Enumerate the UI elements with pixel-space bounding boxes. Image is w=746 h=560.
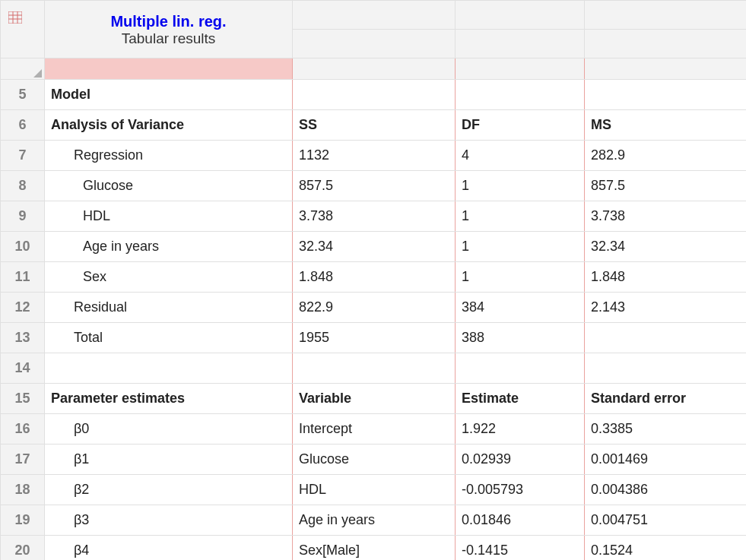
analysis-title: Multiple lin. reg.: [45, 12, 292, 30]
cell-value[interactable]: 2.143: [585, 293, 747, 323]
cell-value[interactable]: 1.922: [456, 414, 585, 445]
cell-value[interactable]: 0.3385: [585, 414, 747, 445]
row-number[interactable]: 18: [1, 475, 45, 505]
table-row: 14: [1, 353, 747, 384]
cell-value[interactable]: 857.5: [293, 171, 456, 201]
row-number[interactable]: 5: [1, 80, 45, 110]
cell-value[interactable]: 0.004751: [585, 505, 747, 536]
select-all-corner[interactable]: [1, 59, 45, 80]
cell-value[interactable]: Estimate: [456, 384, 585, 414]
cell-value[interactable]: 3.738: [585, 201, 747, 232]
row-number[interactable]: 9: [1, 201, 45, 232]
cell-value[interactable]: Variable: [293, 384, 456, 414]
cell-value[interactable]: [456, 353, 585, 384]
header-blank: [456, 30, 585, 59]
row-number[interactable]: 17: [1, 445, 45, 475]
cell-value[interactable]: Standard error: [585, 384, 747, 414]
table-row: 17β1Glucose0.029390.001469: [1, 445, 747, 475]
row-number[interactable]: 7: [1, 141, 45, 171]
cell-value[interactable]: MS: [585, 110, 747, 141]
cell-label[interactable]: Sex: [45, 262, 293, 293]
cell-label[interactable]: β4: [45, 536, 293, 561]
cell-value[interactable]: 1.848: [585, 262, 747, 293]
cell-label[interactable]: β0: [45, 414, 293, 445]
row-number[interactable]: 15: [1, 384, 45, 414]
row-number[interactable]: 12: [1, 293, 45, 323]
column-header-c[interactable]: [456, 59, 585, 80]
cell-value[interactable]: 4: [456, 141, 585, 171]
cell-value[interactable]: 282.9: [585, 141, 747, 171]
cell-value[interactable]: 1132: [293, 141, 456, 171]
cell-value[interactable]: 3.738: [293, 201, 456, 232]
svg-rect-0: [8, 11, 22, 24]
row-number[interactable]: 11: [1, 262, 45, 293]
cell-label[interactable]: Residual: [45, 293, 293, 323]
cell-value[interactable]: Sex[Male]: [293, 536, 456, 561]
cell-label[interactable]: β1: [45, 445, 293, 475]
cell-value[interactable]: [585, 323, 747, 353]
cell-value[interactable]: Glucose: [293, 445, 456, 475]
row-number[interactable]: 20: [1, 536, 45, 561]
cell-label[interactable]: Glucose: [45, 171, 293, 201]
cell-value[interactable]: [585, 353, 747, 384]
table-row: 20β4Sex[Male]-0.14150.1524: [1, 536, 747, 561]
table-row: 18β2HDL-0.0057930.004386: [1, 475, 747, 505]
cell-value[interactable]: 1: [456, 262, 585, 293]
cell-value[interactable]: DF: [456, 110, 585, 141]
cell-value[interactable]: [585, 80, 747, 110]
cell-label[interactable]: [45, 353, 293, 384]
cell-label[interactable]: HDL: [45, 201, 293, 232]
cell-label[interactable]: Age in years: [45, 232, 293, 262]
cell-value[interactable]: [293, 353, 456, 384]
column-header-a[interactable]: [45, 59, 293, 80]
table-row: 12Residual822.93842.143: [1, 293, 747, 323]
table-row: 5Model: [1, 80, 747, 110]
cell-value[interactable]: 384: [456, 293, 585, 323]
table-icon-cell: [1, 1, 45, 59]
cell-value[interactable]: SS: [293, 110, 456, 141]
cell-label[interactable]: β2: [45, 475, 293, 505]
cell-value[interactable]: 32.34: [585, 232, 747, 262]
cell-value[interactable]: 0.001469: [585, 445, 747, 475]
cell-value[interactable]: HDL: [293, 475, 456, 505]
cell-value[interactable]: [293, 80, 456, 110]
header-blank: [456, 1, 585, 30]
column-header-b[interactable]: [293, 59, 456, 80]
cell-value[interactable]: 0.02939: [456, 445, 585, 475]
cell-label[interactable]: Parameter estimates: [45, 384, 293, 414]
cell-value[interactable]: 0.01846: [456, 505, 585, 536]
cell-label[interactable]: β3: [45, 505, 293, 536]
row-number[interactable]: 10: [1, 232, 45, 262]
cell-value[interactable]: -0.005793: [456, 475, 585, 505]
cell-value[interactable]: 1: [456, 232, 585, 262]
cell-value[interactable]: Intercept: [293, 414, 456, 445]
column-header-d[interactable]: [585, 59, 747, 80]
cell-value[interactable]: 0.004386: [585, 475, 747, 505]
cell-value[interactable]: 0.1524: [585, 536, 747, 561]
cell-value[interactable]: 1: [456, 171, 585, 201]
row-number[interactable]: 8: [1, 171, 45, 201]
cell-label[interactable]: Analysis of Variance: [45, 110, 293, 141]
header-blank: [293, 30, 456, 59]
row-number[interactable]: 13: [1, 323, 45, 353]
cell-label[interactable]: Total: [45, 323, 293, 353]
table-row: 15Parameter estimatesVariableEstimateSta…: [1, 384, 747, 414]
row-number[interactable]: 6: [1, 110, 45, 141]
cell-value[interactable]: 32.34: [293, 232, 456, 262]
cell-value[interactable]: 1.848: [293, 262, 456, 293]
results-table[interactable]: Multiple lin. reg. Tabular results 5Mode…: [0, 0, 746, 560]
cell-value[interactable]: -0.1415: [456, 536, 585, 561]
row-number[interactable]: 16: [1, 414, 45, 445]
cell-value[interactable]: 1955: [293, 323, 456, 353]
cell-value[interactable]: Age in years: [293, 505, 456, 536]
cell-label[interactable]: Model: [45, 80, 293, 110]
cell-value[interactable]: [456, 80, 585, 110]
row-number[interactable]: 19: [1, 505, 45, 536]
cell-value[interactable]: 822.9: [293, 293, 456, 323]
table-row: 16β0Intercept1.9220.3385: [1, 414, 747, 445]
cell-value[interactable]: 1: [456, 201, 585, 232]
row-number[interactable]: 14: [1, 353, 45, 384]
cell-value[interactable]: 857.5: [585, 171, 747, 201]
cell-value[interactable]: 388: [456, 323, 585, 353]
cell-label[interactable]: Regression: [45, 141, 293, 171]
